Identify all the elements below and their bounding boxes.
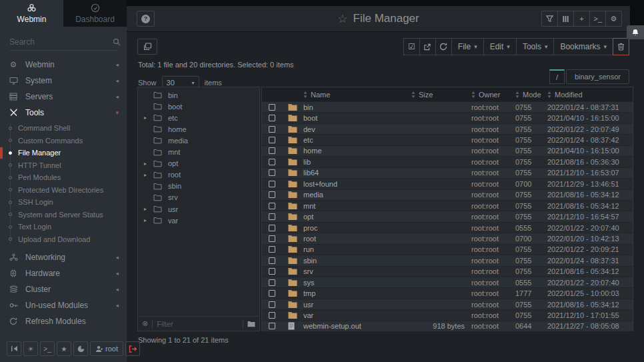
tab-webmin[interactable]: Webmin (0, 0, 63, 27)
add-button[interactable]: + (573, 11, 590, 27)
table-row[interactable]: opt root:root 0755 2021/12/10 - 16:54:57 (262, 211, 633, 221)
submenu-item[interactable]: File Manager (0, 147, 127, 159)
table-row[interactable]: boot root:root 0755 2021/04/10 - 16:15:0… (262, 112, 633, 123)
open-in-new-button[interactable] (419, 38, 436, 55)
table-row[interactable]: proc root:root 0555 2022/01/22 - 20:07:4… (262, 222, 633, 233)
file-name[interactable]: boot (303, 114, 411, 122)
sidebar-item-webmin[interactable]: ⚙ Webmin ◂ (0, 57, 127, 73)
row-checkbox[interactable] (269, 235, 275, 242)
sidebar-item-networking[interactable]: Networking ◂ (0, 249, 127, 265)
submenu-item[interactable]: SSH Login (0, 196, 127, 209)
file-name[interactable]: usr (303, 301, 411, 309)
file-name[interactable]: run (303, 245, 411, 253)
terminal-button[interactable]: >_ (40, 341, 55, 356)
table-row[interactable]: etc root:root 0755 2022/01/24 - 08:37:42 (262, 134, 633, 145)
edit-menu-button[interactable]: Edit▾ (483, 38, 517, 55)
file-name[interactable]: proc (303, 224, 411, 232)
sidebar-item-system[interactable]: System ◂ (0, 73, 127, 89)
row-checkbox[interactable] (269, 301, 275, 308)
tree-filter-input[interactable] (157, 320, 239, 328)
table-row[interactable]: usr root:root 0755 2021/08/16 - 05:34:12 (262, 299, 633, 309)
table-row[interactable]: var root:root 0755 2021/12/10 - 17:01:55 (262, 309, 633, 320)
collapse-sidebar-button[interactable] (7, 341, 21, 356)
table-row[interactable]: srv root:root 0755 2021/08/16 - 05:34:12 (262, 266, 633, 277)
notifications-tab[interactable] (627, 25, 644, 39)
submenu-item[interactable]: Perl Modules (0, 171, 127, 184)
row-checkbox[interactable] (269, 137, 275, 143)
tree-item[interactable]: ▸ mnt (138, 147, 259, 158)
file-name[interactable]: mnt (303, 202, 411, 210)
tree-expand-icon[interactable]: ▸ (144, 217, 151, 223)
file-name[interactable]: etc (303, 136, 411, 144)
filter-button[interactable] (541, 11, 558, 27)
file-name[interactable]: lib64 (303, 169, 411, 177)
file-name[interactable]: home (303, 147, 411, 155)
tree-item[interactable]: ▸ boot (138, 101, 259, 112)
tree-expand-icon[interactable]: ▸ (144, 206, 151, 212)
tree-item[interactable]: ▸ media (138, 135, 259, 146)
row-checkbox[interactable] (269, 257, 275, 264)
sidebar-item-servers[interactable]: Servers ◂ (0, 89, 127, 105)
submenu-item[interactable]: Protected Web Directories (0, 184, 127, 197)
logout-button[interactable] (125, 341, 140, 356)
tree-item[interactable]: ▸ var (138, 215, 259, 226)
user-button[interactable]: root (90, 341, 123, 356)
favorites-button[interactable]: ★ (57, 341, 71, 356)
tree-item[interactable]: ▸ srv (138, 192, 259, 203)
table-row[interactable]: mnt root:root 0755 2021/08/16 - 05:34:12 (262, 200, 633, 211)
file-name[interactable]: srv (303, 267, 411, 275)
row-checkbox[interactable] (269, 115, 275, 121)
breadcrumb-segment[interactable]: binary_sensor (566, 69, 629, 84)
row-checkbox[interactable] (269, 104, 275, 111)
sidebar-item-cluster[interactable]: Cluster ◂ (0, 281, 127, 297)
row-checkbox[interactable] (269, 126, 275, 133)
row-checkbox[interactable] (269, 268, 275, 275)
table-row[interactable]: sbin root:root 0755 2022/01/24 - 08:37:3… (262, 255, 633, 265)
sidebar-item-unused-modules[interactable]: Un-used Modules ◂ (0, 297, 127, 313)
row-checkbox[interactable] (269, 191, 275, 198)
submenu-item[interactable]: HTTP Tunnel (0, 159, 127, 172)
clear-filter-icon[interactable]: ⊗ (142, 319, 148, 328)
row-checkbox[interactable] (269, 181, 275, 187)
panels-button[interactable] (557, 11, 574, 27)
tree-expand-icon[interactable]: ▸ (144, 161, 151, 167)
theme-toggle-button[interactable]: ☀ (23, 341, 38, 356)
row-checkbox[interactable] (269, 203, 275, 209)
file-name[interactable]: lib (303, 158, 411, 166)
row-checkbox[interactable] (269, 279, 275, 286)
search-input[interactable] (9, 37, 113, 47)
folder-filter-icon[interactable] (247, 321, 255, 327)
file-name[interactable]: webmin-setup.out (303, 322, 411, 330)
table-row[interactable]: sys root:root 0555 2022/01/22 - 20:07:40 (262, 277, 633, 287)
tab-dashboard[interactable]: Dashboard (63, 0, 127, 27)
file-name[interactable]: sys (303, 279, 411, 287)
row-checkbox[interactable] (269, 147, 275, 154)
column-header-size[interactable]: Size (411, 91, 471, 99)
file-name[interactable]: tmp (303, 289, 411, 297)
row-checkbox[interactable] (269, 169, 275, 176)
tree-item[interactable]: ▸ etc (138, 112, 259, 123)
trash-button[interactable] (613, 38, 629, 55)
tree-expand-icon[interactable]: ▸ (144, 115, 151, 121)
table-row[interactable]: tmp root:root 1777 2022/01/25 - 10:00:03 (262, 287, 633, 298)
column-header-modified[interactable]: Modified (547, 91, 633, 99)
clone-view-button[interactable] (137, 39, 157, 55)
help-button[interactable]: ? (137, 11, 155, 27)
row-checkbox[interactable] (269, 225, 275, 231)
table-row[interactable]: webmin-setup.out 918 bytes root:root 064… (262, 321, 633, 331)
tree-item[interactable]: ▸ bin (138, 89, 259, 101)
refresh-button[interactable] (435, 38, 452, 55)
row-checkbox[interactable] (269, 290, 275, 297)
row-checkbox[interactable] (269, 323, 275, 329)
file-name[interactable]: sbin (303, 257, 411, 265)
file-name[interactable]: root (303, 235, 411, 243)
tree-expand-icon[interactable]: ▸ (144, 172, 151, 178)
table-row[interactable]: bin root:root 0755 2022/01/24 - 08:37:31 (262, 101, 633, 112)
table-row[interactable]: media root:root 0755 2021/08/16 - 05:34:… (262, 189, 633, 200)
tools-menu-button[interactable]: Tools▾ (516, 38, 555, 55)
submenu-item[interactable]: Custom Commands (0, 135, 127, 147)
table-row[interactable]: run root:root 0755 2022/01/22 - 20:09:21 (262, 244, 633, 255)
select-all-button[interactable]: ☑ (403, 38, 420, 55)
row-checkbox[interactable] (269, 246, 275, 253)
submenu-item[interactable]: Upload and Download (0, 233, 127, 246)
